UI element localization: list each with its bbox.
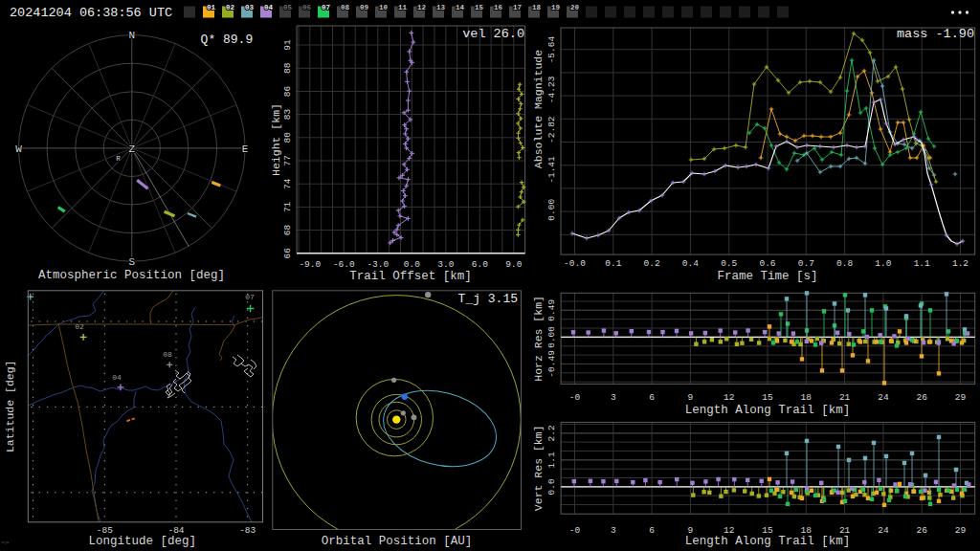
svg-text:18: 18 [532, 4, 542, 11]
svg-text:91: 91 [282, 39, 293, 51]
svg-text:1.0: 1.0 [875, 258, 891, 269]
svg-text:29: 29 [955, 392, 967, 403]
svg-text:0.4: 0.4 [682, 258, 699, 269]
svg-text:3: 3 [611, 392, 616, 403]
svg-text:Longitude [deg]: Longitude [deg] [89, 535, 197, 548]
svg-text:S: S [128, 256, 135, 268]
svg-text:mjw: mjw [2, 540, 10, 544]
svg-text:-4.23: -4.23 [546, 76, 557, 103]
svg-text:20241204 06:38:56 UTC: 20241204 06:38:56 UTC [10, 6, 172, 20]
svg-text:3: 3 [611, 525, 616, 536]
svg-text:6.0: 6.0 [472, 259, 488, 270]
svg-text:29: 29 [955, 525, 967, 536]
svg-text:3.0: 3.0 [437, 259, 454, 270]
svg-text:0.00: 0.00 [546, 326, 557, 348]
svg-text:9: 9 [688, 392, 694, 403]
svg-text:19: 19 [551, 4, 561, 11]
svg-text:-1.41: -1.41 [546, 156, 557, 184]
svg-text:88: 88 [282, 62, 293, 74]
svg-text:71: 71 [282, 201, 293, 212]
svg-text:20: 20 [570, 4, 580, 11]
svg-text:0.2: 0.2 [644, 258, 660, 269]
svg-text:0.8: 0.8 [836, 258, 853, 269]
svg-text:Latitude [deg]: Latitude [deg] [5, 360, 17, 452]
svg-text:Trail Offset [km]: Trail Offset [km] [349, 270, 472, 283]
svg-text:14: 14 [456, 4, 465, 11]
svg-text:21: 21 [839, 392, 851, 403]
svg-text:-0: -0 [569, 525, 581, 536]
svg-text:-0.0: -0.0 [564, 258, 586, 269]
svg-text:24: 24 [878, 525, 889, 536]
svg-text:66: 66 [282, 248, 293, 259]
svg-text:15: 15 [475, 4, 484, 11]
svg-text:07: 07 [245, 293, 255, 301]
svg-text:Q* 89.9: Q* 89.9 [201, 33, 254, 47]
svg-text:0.6: 0.6 [759, 258, 775, 269]
svg-text:26: 26 [916, 392, 927, 403]
svg-text:1.2: 1.2 [952, 258, 969, 269]
svg-text:Vert Res [km]: Vert Res [km] [532, 425, 545, 511]
svg-text:80: 80 [282, 132, 293, 143]
svg-text:-6.0: -6.0 [333, 259, 355, 270]
svg-text:Absolute Magnitude: Absolute Magnitude [532, 50, 545, 168]
svg-text:11: 11 [398, 4, 408, 11]
svg-text:0.00: 0.00 [546, 199, 557, 221]
svg-text:74: 74 [282, 178, 293, 189]
svg-text:6: 6 [649, 392, 655, 403]
svg-text:Z: Z [128, 143, 135, 155]
svg-text:-0.49: -0.49 [546, 350, 557, 378]
svg-text:13: 13 [436, 4, 446, 11]
svg-text:-5.64: -5.64 [546, 36, 557, 64]
svg-text:0.7: 0.7 [798, 258, 814, 269]
svg-text:R: R [116, 155, 121, 163]
svg-text:17: 17 [513, 4, 522, 11]
svg-text:-3.0: -3.0 [367, 259, 389, 270]
svg-text:06: 06 [302, 4, 312, 11]
svg-text:9.0: 9.0 [505, 259, 522, 270]
svg-text:08: 08 [341, 4, 350, 11]
svg-text:01: 01 [207, 4, 216, 11]
svg-text:12: 12 [724, 392, 735, 403]
svg-text:10: 10 [379, 4, 389, 11]
svg-text:02: 02 [75, 322, 84, 331]
svg-text:Length Along Trail [km]: Length Along Trail [km] [685, 404, 851, 417]
svg-text:0.1: 0.1 [605, 258, 621, 269]
svg-text:W: W [15, 143, 22, 155]
svg-text:68: 68 [282, 225, 293, 236]
svg-text:77: 77 [282, 155, 293, 165]
svg-text:09: 09 [360, 4, 369, 11]
svg-text:86: 86 [282, 86, 293, 98]
svg-text:04: 04 [264, 4, 274, 11]
svg-text:18: 18 [801, 392, 813, 403]
svg-text:26: 26 [916, 525, 927, 536]
svg-text:12: 12 [417, 4, 427, 11]
svg-text:2.2: 2.2 [546, 425, 557, 441]
svg-text:0.0: 0.0 [404, 259, 420, 270]
svg-text:Frame Time [s]: Frame Time [s] [717, 270, 817, 283]
svg-text:08: 08 [163, 350, 172, 359]
svg-text:N: N [128, 30, 135, 41]
svg-text:04: 04 [112, 373, 122, 382]
svg-text:1.1: 1.1 [546, 452, 557, 468]
svg-text:mass -1.90: mass -1.90 [897, 27, 974, 41]
svg-text:05: 05 [283, 4, 293, 11]
svg-text:Atmospheric Position [deg]: Atmospheric Position [deg] [38, 269, 225, 282]
svg-text:-2.82: -2.82 [546, 116, 557, 143]
svg-text:T_j 3.15: T_j 3.15 [458, 292, 518, 306]
svg-text:0.5: 0.5 [721, 258, 737, 269]
svg-text:-9.0: -9.0 [299, 259, 321, 270]
svg-text:E: E [242, 143, 249, 155]
svg-text:15: 15 [762, 392, 773, 403]
svg-text:24: 24 [878, 392, 889, 403]
svg-text:0.0: 0.0 [546, 478, 557, 495]
svg-text:6: 6 [649, 525, 655, 536]
svg-text:03: 03 [245, 4, 255, 11]
svg-text:Length Along Trail [km]: Length Along Trail [km] [685, 535, 851, 548]
svg-text:16: 16 [494, 4, 503, 11]
svg-text:-0: -0 [569, 392, 581, 403]
svg-text:0.49: 0.49 [546, 299, 557, 321]
svg-text:02: 02 [226, 4, 235, 11]
svg-text:vel 26.0: vel 26.0 [462, 27, 524, 41]
svg-text:Orbital Position [AU]: Orbital Position [AU] [322, 535, 473, 548]
svg-text:-83: -83 [239, 525, 256, 536]
